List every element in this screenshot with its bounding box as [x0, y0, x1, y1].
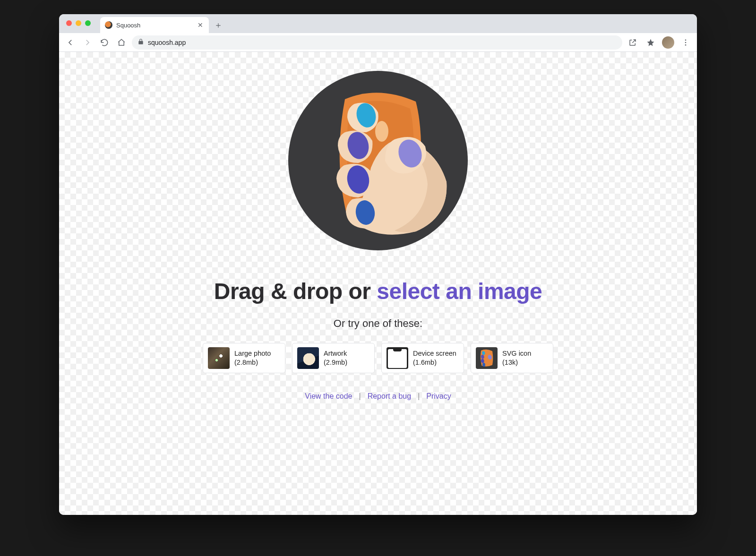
back-button[interactable]	[64, 36, 77, 49]
favicon-icon	[105, 21, 112, 29]
sample-name: Device screen	[413, 349, 456, 358]
sample-device-screen[interactable]: Device screen (1.6mb)	[381, 343, 464, 373]
select-image-link[interactable]: select an image	[377, 279, 542, 304]
headline: Drag & drop or select an image	[214, 278, 542, 304]
window-minimize-button[interactable]	[76, 20, 81, 26]
sample-artwork[interactable]: Artwork (2.9mb)	[292, 343, 375, 373]
window-maximize-button[interactable]	[85, 20, 91, 26]
app-logo	[284, 66, 472, 257]
sample-images-row: Large photo (2.8mb) Artwork (2.9mb) Devi…	[203, 343, 553, 373]
sample-size: (2.8mb)	[234, 358, 271, 367]
open-external-icon	[628, 38, 637, 47]
browser-menu-button[interactable]	[679, 36, 692, 49]
squoosh-logo-icon	[284, 66, 472, 255]
sample-svg-icon[interactable]: SVG icon (13k)	[471, 343, 553, 373]
sample-thumb-icon	[297, 347, 319, 369]
svg-point-4	[375, 121, 388, 142]
sample-size: (1.6mb)	[413, 358, 456, 367]
sample-size: (2.9mb)	[324, 358, 347, 367]
footer-link-code[interactable]: View the code	[305, 392, 352, 401]
tab-title: Squoosh	[116, 22, 193, 29]
kebab-icon	[681, 38, 690, 47]
arrow-left-icon	[66, 38, 75, 47]
forward-button[interactable]	[81, 36, 94, 49]
new-tab-button[interactable]: ＋	[212, 18, 225, 32]
profile-avatar[interactable]	[662, 36, 674, 49]
separator: |	[418, 392, 420, 401]
footer-link-privacy[interactable]: Privacy	[426, 392, 451, 401]
page-content[interactable]: Drag & drop or select an image Or try on…	[59, 52, 697, 515]
footer-links: View the code | Report a bug | Privacy	[305, 392, 451, 401]
open-external-button[interactable]	[626, 36, 639, 49]
window-close-button[interactable]	[66, 20, 72, 26]
svg-point-2	[685, 44, 687, 45]
sample-name: Artwork	[324, 349, 347, 358]
lock-icon	[137, 38, 144, 46]
sample-name: SVG icon	[502, 349, 531, 358]
svg-point-1	[685, 42, 687, 43]
tab-close-button[interactable]: ✕	[197, 21, 204, 29]
svg-point-0	[685, 39, 687, 41]
url-text: squoosh.app	[148, 39, 617, 46]
sample-thumb-icon	[387, 347, 408, 369]
arrow-right-icon	[83, 38, 92, 47]
tab-strip: Squoosh ✕ ＋	[59, 14, 697, 33]
sample-thumb-icon	[208, 347, 230, 369]
sample-size: (13k)	[502, 358, 531, 367]
sample-thumb-icon	[476, 347, 498, 369]
footer-link-bug[interactable]: Report a bug	[368, 392, 412, 401]
separator: |	[359, 392, 361, 401]
home-button[interactable]	[115, 36, 128, 49]
reload-icon	[100, 38, 109, 47]
browser-toolbar: squoosh.app	[59, 33, 697, 52]
sample-name: Large photo	[234, 349, 271, 358]
reload-button[interactable]	[98, 36, 111, 49]
headline-prefix: Drag & drop or	[214, 279, 377, 304]
home-icon	[117, 38, 126, 47]
star-icon	[646, 38, 655, 47]
sample-large-photo[interactable]: Large photo (2.8mb)	[203, 343, 285, 373]
subheading: Or try one of these:	[334, 317, 422, 330]
browser-tab[interactable]: Squoosh ✕	[100, 17, 209, 33]
window-controls	[66, 20, 91, 26]
address-bar[interactable]: squoosh.app	[132, 35, 622, 50]
browser-window: Squoosh ✕ ＋ squoosh.app	[59, 14, 697, 515]
bookmark-button[interactable]	[644, 36, 657, 49]
